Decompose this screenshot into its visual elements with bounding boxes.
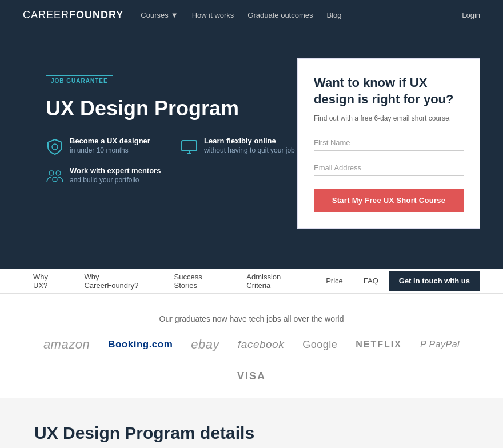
booking-logo: Booking.com — [108, 339, 173, 350]
nav-graduate-outcomes[interactable]: Graduate outcomes — [247, 11, 313, 19]
first-name-input[interactable] — [314, 135, 464, 151]
nav-links: Courses ▼ How it works Graduate outcomes… — [141, 11, 462, 19]
site-logo[interactable]: CareerFoundry — [23, 9, 123, 21]
svg-point-6 — [53, 177, 57, 182]
svg-rect-1 — [182, 141, 197, 151]
email-field — [314, 160, 464, 176]
form-card-subtitle: Find out with a free 6-day email short c… — [314, 113, 464, 123]
mentors-icon — [46, 167, 64, 186]
program-details-section: UX Design Program details In this progra… — [0, 398, 503, 448]
main-nav: CareerFoundry Courses ▼ How it works Gra… — [0, 0, 503, 30]
hero-title: UX Design Program — [46, 97, 297, 121]
email-input[interactable] — [314, 160, 464, 176]
nav-blog[interactable]: Blog — [327, 11, 342, 19]
nav-courses[interactable]: Courses ▼ — [141, 11, 178, 19]
form-card-title: Want to know if UX design is right for y… — [314, 75, 464, 107]
sub-nav-price[interactable]: Price — [316, 269, 353, 294]
sub-nav: Why UX? Why CareerFoundry? Success Stori… — [0, 269, 503, 294]
job-guarantee-badge: JOB GUARANTEE — [46, 75, 113, 86]
first-name-field — [314, 135, 464, 151]
visa-logo: VISA — [237, 370, 266, 382]
feature-text-2: Work with expert mentors and build your … — [70, 166, 161, 184]
form-submit-button[interactable]: Start My Free UX Short Course — [314, 189, 464, 212]
hero-feature-0: Become a UX designer in under 10 months — [46, 137, 163, 156]
login-button[interactable]: Login — [462, 11, 480, 19]
paypal-logo: P PayPal — [420, 339, 460, 350]
hero-content: JOB GUARANTEE UX Design Program Become a… — [46, 64, 297, 186]
sub-nav-faq[interactable]: FAQ — [353, 269, 389, 294]
hero-feature-2: Work with expert mentors and build your … — [46, 166, 163, 186]
sub-nav-admission-criteria[interactable]: Admission Criteria — [236, 269, 316, 294]
google-logo: Google — [302, 339, 337, 351]
graduates-section: Our graduates now have tech jobs all ove… — [0, 294, 503, 398]
facebook-logo: facebook — [238, 338, 284, 351]
hero-features: Become a UX designer in under 10 months … — [46, 137, 297, 186]
netflix-logo: NETFLIX — [356, 339, 402, 350]
svg-point-5 — [56, 171, 61, 175]
hero-section: JOB GUARANTEE UX Design Program Become a… — [0, 30, 503, 269]
svg-point-0 — [52, 144, 58, 150]
svg-point-4 — [49, 171, 54, 175]
feature-text-0: Become a UX designer in under 10 months — [70, 137, 150, 154]
nav-how-it-works[interactable]: How it works — [192, 11, 234, 19]
sub-nav-why-careerfoundry[interactable]: Why CareerFoundry? — [74, 269, 163, 294]
shield-icon — [46, 138, 64, 156]
program-details-title: UX Design Program details — [34, 423, 469, 443]
sub-nav-success-stories[interactable]: Success Stories — [164, 269, 237, 294]
graduates-tagline: Our graduates now have tech jobs all ove… — [23, 314, 480, 323]
sub-nav-links: Why UX? Why CareerFoundry? Success Stori… — [23, 269, 389, 294]
get-in-touch-button[interactable]: Get in touch with us — [389, 271, 480, 291]
feature-text-1: Learn flexibly online without having to … — [204, 137, 295, 154]
chevron-down-icon: ▼ — [171, 11, 178, 19]
sub-nav-why-ux[interactable]: Why UX? — [23, 269, 74, 294]
ebay-logo: ebay — [191, 337, 219, 352]
hero-feature-1: Learn flexibly online without having to … — [180, 137, 297, 156]
amazon-logo: amazon — [43, 337, 90, 352]
signup-form-card: Want to know if UX design is right for y… — [297, 58, 480, 229]
company-logos: amazon Booking.com ebay facebook Google … — [23, 337, 480, 382]
monitor-icon — [180, 138, 198, 156]
